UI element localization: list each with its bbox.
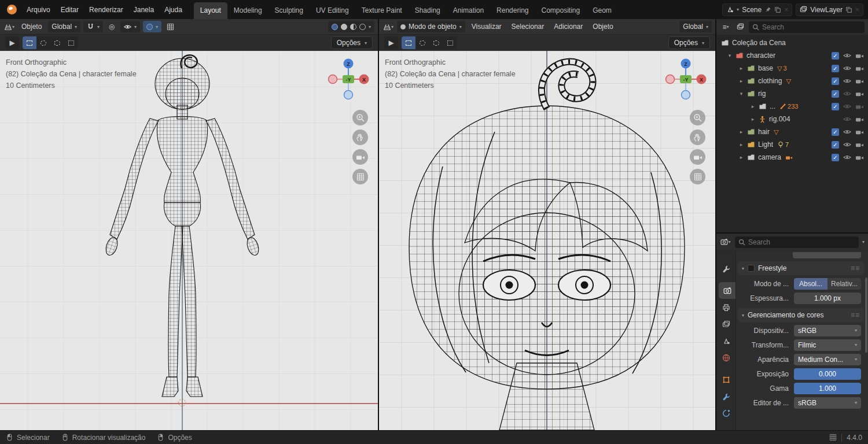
tab-compositing[interactable]: Compositing	[535, 2, 586, 19]
move-view-button[interactable]	[690, 130, 705, 145]
camera-visibility-icon[interactable]	[855, 77, 864, 85]
blender-logo[interactable]	[5, 4, 19, 16]
tab-rendering[interactable]: Rendering	[490, 2, 535, 19]
tweak-tool-button[interactable]: ▶	[5, 36, 19, 49]
tab-scene[interactable]	[716, 332, 735, 349]
scene-collection-row[interactable]: Coleção da Cena	[716, 36, 868, 49]
new-viewlayer-icon[interactable]	[845, 6, 852, 13]
chevron-right-icon[interactable]: ▸	[738, 154, 744, 160]
eye-closed-icon[interactable]	[843, 102, 851, 110]
gizmo-neg-x-axis[interactable]	[329, 75, 337, 84]
eye-closed-icon[interactable]	[843, 115, 851, 123]
panel-grip-icon[interactable]: ≡≡	[851, 311, 860, 319]
viewport-right-canvas[interactable]: Front Orthographic (82) Coleção da Cena …	[379, 51, 715, 430]
tab-texture-paint[interactable]: Texture Paint	[355, 2, 409, 19]
chevron-down-icon[interactable]: ▾	[738, 91, 744, 97]
chevron-right-icon[interactable]: ▸	[750, 116, 756, 122]
display-mode-dropdown[interactable]: ≡▾	[720, 21, 731, 33]
view-transform-dropdown[interactable]: Filmic▾	[794, 339, 861, 351]
eye-closed-icon[interactable]	[843, 90, 851, 98]
select-lasso-tool[interactable]	[50, 36, 64, 49]
tab-modifiers[interactable]	[716, 388, 735, 405]
checkbox-enabled[interactable]: ✓	[832, 103, 839, 110]
select-circle-tool[interactable]	[36, 36, 50, 49]
chevron-right-icon[interactable]: ▸	[738, 142, 744, 147]
shading-wireframe-icon[interactable]	[332, 24, 338, 30]
chevron-right-icon[interactable]: ▸	[738, 129, 744, 135]
mode-dropdown[interactable]: Modo de objeto ▾	[397, 21, 465, 32]
checkbox-enabled[interactable]: ✓	[832, 141, 839, 149]
checkbox-enabled[interactable]: ✓	[832, 77, 839, 85]
checkbox-enabled[interactable]: ✓	[832, 65, 839, 72]
tab-render[interactable]	[719, 282, 735, 299]
overlays-dropdown[interactable]: ▾	[143, 21, 161, 32]
panel-freestyle[interactable]: ▾ Freestyle ≡≡	[738, 261, 864, 275]
checkbox-enabled[interactable]: ✓	[832, 90, 839, 98]
editor-type-button[interactable]: ▾	[3, 21, 15, 32]
menu-arquivo[interactable]: Arquivo	[22, 3, 55, 16]
collection-row-rig[interactable]: ▾ rig ✓	[716, 87, 868, 100]
display-device-dropdown[interactable]: sRGB▾	[794, 325, 861, 336]
select-circle-tool[interactable]	[415, 36, 429, 49]
camera-visibility-icon[interactable]	[855, 128, 864, 136]
options-dropdown[interactable]: Opções▾	[331, 36, 373, 49]
search-input[interactable]	[748, 238, 855, 246]
collection-row-clothing[interactable]: ▸ clothing ▽ ✓	[716, 75, 868, 87]
shading-rendered-icon[interactable]	[359, 24, 366, 30]
new-scene-icon[interactable]	[774, 6, 781, 13]
editor-type-button[interactable]: ▾	[720, 236, 731, 248]
panel-grip-icon[interactable]: ≡≡	[851, 264, 860, 272]
tweak-tool-button[interactable]: ▶	[384, 36, 398, 49]
eye-icon[interactable]	[843, 140, 851, 149]
tab-tool[interactable]	[716, 260, 735, 277]
menu-editar[interactable]: Editar	[56, 3, 83, 16]
xray-toggle-icon[interactable]	[164, 21, 176, 32]
system-status-icon[interactable]	[829, 434, 837, 441]
search-input[interactable]	[762, 23, 861, 31]
eye-icon[interactable]	[843, 153, 851, 161]
properties-search[interactable]	[735, 236, 859, 248]
zoom-button[interactable]	[690, 110, 705, 125]
move-view-button[interactable]	[352, 130, 368, 145]
camera-visibility-icon[interactable]	[855, 90, 864, 98]
menu-objeto[interactable]: Objeto	[589, 21, 616, 32]
eye-icon[interactable]	[843, 51, 851, 60]
navigation-gizmo[interactable]: Z X -Y	[327, 58, 370, 102]
cursor-tool[interactable]	[64, 36, 78, 49]
menu-ajuda[interactable]: Ajuda	[160, 3, 187, 16]
camera-view-button[interactable]	[690, 149, 705, 165]
tab-physics[interactable]	[716, 405, 735, 421]
transform-orientation-dropdown[interactable]: Global▾	[679, 21, 712, 32]
tab-modeling[interactable]: Modeling	[227, 2, 269, 19]
camera-visibility-icon[interactable]	[855, 65, 864, 72]
scene-selector[interactable]: ▾ Scene ×	[722, 3, 792, 16]
collection-row-light[interactable]: ▸ Light 7 ✓	[716, 138, 868, 151]
exposure-slider[interactable]: 0.000	[794, 368, 861, 380]
snapping-dropdown[interactable]: ▾	[83, 21, 103, 32]
visibility-dropdown[interactable]: ▾	[120, 21, 140, 32]
select-lasso-tool[interactable]	[429, 36, 443, 49]
navigation-gizmo[interactable]: Z X -Y	[664, 58, 707, 102]
look-dropdown[interactable]: Medium Con...▾	[794, 354, 861, 365]
collection-row-hair[interactable]: ▸ hair ▽ ✓	[716, 125, 868, 138]
checkbox-enabled[interactable]: ✓	[832, 154, 839, 161]
editor-type-button[interactable]: ▾	[382, 21, 394, 32]
object-row-rig-004[interactable]: ▸ rig.004	[716, 113, 868, 125]
menu-adicionar[interactable]: Adicionar	[550, 21, 586, 32]
toggle-ortho-button[interactable]	[352, 169, 368, 184]
tab-world[interactable]	[716, 349, 735, 366]
close-icon[interactable]: ×	[784, 6, 788, 14]
viewport-left-canvas[interactable]: Front Orthographic (82) Coleção da Cena …	[0, 51, 378, 430]
gizmo-neg-x-axis[interactable]	[666, 75, 675, 84]
close-icon[interactable]: ×	[855, 6, 859, 14]
chevron-right-icon[interactable]: ▸	[738, 78, 744, 84]
tab-object[interactable]	[716, 371, 735, 388]
gizmo-neg-z-axis[interactable]	[682, 91, 690, 99]
scrollbar[interactable]	[865, 278, 867, 353]
camera-visibility-icon[interactable]	[855, 52, 864, 60]
pin-icon[interactable]	[764, 6, 771, 13]
camera-visibility-icon[interactable]	[855, 141, 864, 149]
collection-row-camera[interactable]: ▸ camera ✓	[716, 151, 868, 164]
chevron-right-icon[interactable]: ▸	[738, 65, 744, 71]
cursor-tool[interactable]	[443, 36, 457, 49]
